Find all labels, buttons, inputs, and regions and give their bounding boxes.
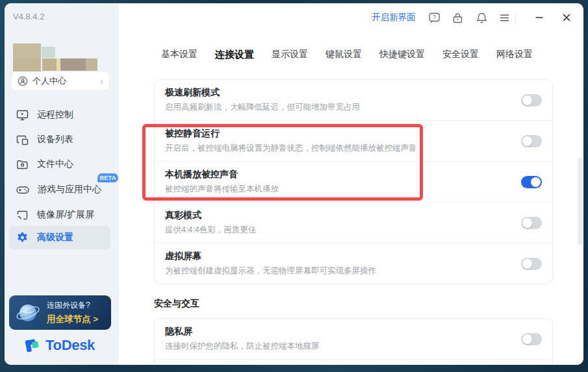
setting-title: 被控静音运行 <box>165 127 542 140</box>
sidebar-item-advanced-settings[interactable]: 高级设置 <box>9 226 110 249</box>
menu-icon[interactable] <box>498 11 511 24</box>
tab-shortcut-settings[interactable]: 快捷键设置 <box>379 49 425 64</box>
toggle-knob <box>522 259 532 269</box>
settings-tab-bar: 基本设置 连接设置 显示设置 键鼠设置 快捷键设置 安全设置 网络设置 <box>161 49 533 64</box>
sidebar-item-remote-control[interactable]: 远程控制 <box>9 106 110 123</box>
logo-block <box>13 58 41 71</box>
setting-row-true-color: 真彩模式 提供4:4:4色彩，画质更佳 <box>155 203 552 243</box>
todesk-wordmark: ToDesk <box>45 337 95 354</box>
tab-connection-settings[interactable]: 连接设置 <box>215 49 254 64</box>
setting-description: 开启后，被控端电脑将设置为静音状态，控制端依然能播放被控端声音 <box>165 143 542 154</box>
personal-center-button[interactable]: 个人中心 › <box>12 72 109 90</box>
todesk-logo: ToDesk <box>24 336 95 354</box>
toggle-fast-refresh[interactable] <box>521 94 542 106</box>
todesk-flag-icon <box>24 336 42 354</box>
close-button[interactable] <box>559 10 574 25</box>
toggle-knob <box>522 95 532 105</box>
setting-description: 提供4:4:4色彩，画质更佳 <box>165 225 542 236</box>
logo-block <box>42 47 55 58</box>
scrollbar-thumb[interactable] <box>578 158 583 245</box>
sidebar-item-label: 设备列表 <box>37 134 73 145</box>
tab-keyboard-mouse-settings[interactable]: 键鼠设置 <box>326 49 362 64</box>
setting-description: 被控端的声音将传输至本机播放 <box>165 184 542 195</box>
file-center-icon <box>16 158 29 171</box>
app-version: V4.8.4.2 <box>13 12 44 21</box>
sidebar-item-label: 高级设置 <box>37 232 73 243</box>
banner-line2: 用全球节点 > <box>47 314 98 325</box>
global-nodes-banner[interactable]: 连国外设备? 用全球节点 > <box>9 295 111 330</box>
toggle-knob <box>522 218 532 228</box>
connection-settings-card: 极速刷新模式 启用高频刷新流，大幅降低延迟，但可能增加带宽占用 被控静音运行 开… <box>154 79 553 284</box>
sidebar-item-label: 远程控制 <box>37 109 73 121</box>
tab-security-settings[interactable]: 安全设置 <box>442 49 479 64</box>
sidebar-item-device-list[interactable]: 设备列表 <box>9 131 110 148</box>
sidebar: V4.8.4.2 个人中心 › <box>5 3 119 365</box>
globe-icon <box>14 299 42 327</box>
remote-control-icon <box>16 109 29 121</box>
help-icon[interactable]: ? <box>428 11 441 24</box>
toggle-controlled-mute[interactable] <box>521 135 542 147</box>
header-separator <box>515 12 516 24</box>
setting-row-privacy-screen: 隐私屏 连接时保护您的隐私，防止被控端本地窥屏 <box>155 319 552 360</box>
banner-text: 连国外设备? 用全球节点 > <box>47 300 98 325</box>
main-panel: 开启新界面 ? <box>119 3 583 365</box>
toggle-privacy-screen[interactable] <box>521 333 542 345</box>
setting-title: 本机播放被控声音 <box>165 168 542 180</box>
minimize-button[interactable] <box>532 10 546 25</box>
device-list-icon <box>16 134 29 146</box>
toggle-knob <box>522 136 532 146</box>
user-logo-image <box>8 39 99 71</box>
logo-block <box>86 58 97 71</box>
setting-row-controlled-mute: 被控静音运行 开启后，被控端电脑将设置为静音状态，控制端依然能播放被控端声音 <box>155 121 552 162</box>
open-new-ui-link[interactable]: 开启新界面 <box>372 12 416 23</box>
sidebar-item-label: 游戏与应用中心 <box>38 184 101 195</box>
game-center-icon <box>16 184 29 196</box>
setting-title: 虚拟屏幕 <box>165 250 542 262</box>
banner-line1: 连国外设备? <box>47 300 98 311</box>
toggle-play-remote-audio[interactable] <box>521 176 542 188</box>
toggle-knob <box>522 334 532 344</box>
setting-row-virtual-screen: 虚拟屏幕 为被控端创建虚拟显示器，无需物理屏幕即可实现多屏操作 <box>155 243 552 284</box>
toggle-virtual-screen[interactable] <box>521 258 542 270</box>
sidebar-item-file-center[interactable]: 文件中心 <box>9 156 110 173</box>
advanced-settings-gear-icon <box>16 232 29 244</box>
tab-basic-settings[interactable]: 基本设置 <box>161 49 198 64</box>
setting-title: 极速刷新模式 <box>165 86 542 99</box>
sidebar-item-label: 镜像屏/扩展屏 <box>37 209 94 221</box>
desktop-background: { "window": { "version": "V4.8.4.2", "he… <box>0 0 588 372</box>
setting-title: 隐私屏 <box>165 325 542 338</box>
tab-display-settings[interactable]: 显示设置 <box>272 49 308 64</box>
app-window: V4.8.4.2 个人中心 › <box>5 3 583 365</box>
security-interaction-card: 隐私屏 连接时保护您的隐私，防止被控端本地窥屏 <box>154 318 553 365</box>
setting-title: 真彩模式 <box>165 209 542 221</box>
setting-row-play-remote-audio: 本机播放被控声音 被控端的声音将传输至本机播放 <box>155 162 552 203</box>
logo-block <box>60 58 86 71</box>
setting-row-fast-refresh: 极速刷新模式 启用高频刷新流，大幅降低延迟，但可能增加带宽占用 <box>155 80 552 121</box>
sidebar-item-mirror-screen[interactable]: 镜像屏/扩展屏 <box>9 206 110 223</box>
logo-block <box>42 58 57 71</box>
setting-description: 启用高频刷新流，大幅降低延迟，但可能增加带宽占用 <box>165 102 542 113</box>
sidebar-item-game-center[interactable]: 游戏与应用中心 <box>9 181 110 198</box>
lock-icon[interactable] <box>451 11 464 24</box>
mirror-screen-icon <box>16 209 29 221</box>
section-title-security-interaction: 安全与交互 <box>154 298 199 310</box>
chevron-right-icon: › <box>100 76 103 86</box>
toggle-knob <box>531 177 541 187</box>
toggle-true-color[interactable] <box>521 217 542 229</box>
personal-center-label: 个人中心 <box>32 75 100 87</box>
person-circle-icon <box>18 76 28 86</box>
sidebar-item-label: 文件中心 <box>37 158 73 170</box>
tab-network-settings[interactable]: 网络设置 <box>496 49 533 64</box>
setting-description: 为被控端创建虚拟显示器，无需物理屏幕即可实现多屏操作 <box>165 266 542 277</box>
logo-block <box>13 43 41 58</box>
bell-icon[interactable] <box>475 11 488 24</box>
svg-text:?: ? <box>433 14 436 20</box>
setting-description: 连接时保护您的隐私，防止被控端本地窥屏 <box>165 341 542 352</box>
